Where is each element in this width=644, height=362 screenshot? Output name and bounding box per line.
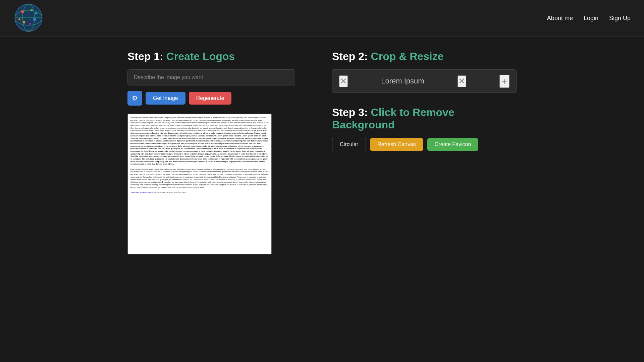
- gear-settings-button[interactable]: ⚙: [127, 91, 142, 106]
- crop-remove-right-button[interactable]: ✕: [458, 75, 466, 87]
- gear-icon: ⚙: [132, 94, 138, 102]
- svg-point-8: [29, 23, 31, 24]
- crop-remove-left-button[interactable]: ✕: [339, 75, 348, 87]
- step1-prefix: Step 1:: [127, 50, 166, 62]
- step2-prefix: Step 2:: [332, 50, 371, 62]
- crop-add-button[interactable]: ＋: [499, 75, 509, 88]
- generated-image-canvas: Lorem ipsum dolor sit amet, consectetur …: [127, 114, 272, 254]
- step3-prefix: Step 3:: [332, 106, 371, 118]
- lorem-text: Lorem ipsum dolor sit amet, consectetur …: [130, 117, 269, 131]
- main-content: Step 1: Create Logos ⚙ Get Image Regener…: [121, 37, 523, 268]
- describe-image-input[interactable]: [127, 69, 295, 85]
- svg-text:www: www: [26, 29, 31, 32]
- nav-links: About me Login Sign Up: [547, 15, 631, 22]
- nav-login[interactable]: Login: [584, 15, 598, 22]
- svg-point-10: [35, 12, 37, 14]
- nav-about-me[interactable]: About me: [547, 15, 573, 22]
- step2-title: Crop & Resize: [371, 50, 444, 62]
- nav-logo-container: www: [13, 3, 44, 34]
- step3-heading: Step 3: Click to Remove Background: [332, 106, 517, 131]
- step3-buttons-row: Circular Refresh Canvas Create Favicon: [332, 138, 517, 151]
- step1-heading: Step 1: Create Logos: [127, 50, 312, 63]
- lorem-text-content: Lorem ipsum dolor sit amet, consectetur …: [128, 114, 271, 254]
- right-column: Step 2: Crop & Resize ✕ Lorem Ipsum ✕ ＋ …: [332, 50, 517, 254]
- step2-heading: Step 2: Crop & Resize: [332, 50, 517, 63]
- nav-signup[interactable]: Sign Up: [609, 15, 631, 22]
- left-column: Step 1: Create Logos ⚙ Get Image Regener…: [127, 50, 312, 254]
- globe-logo: www: [13, 3, 44, 33]
- step1-title: Create Logos: [166, 50, 235, 62]
- svg-point-6: [33, 18, 36, 21]
- get-image-button[interactable]: Get Image: [146, 92, 185, 105]
- circular-button[interactable]: Circular: [332, 138, 366, 151]
- svg-point-7: [23, 21, 25, 23]
- create-favicon-button[interactable]: Create Favicon: [427, 138, 479, 151]
- refresh-canvas-button[interactable]: Refresh Canvas: [370, 138, 423, 151]
- svg-point-4: [21, 10, 24, 13]
- navbar: www About me Login Sign Up: [0, 0, 644, 37]
- action-buttons-row: ⚙ Get Image Regenerate: [127, 91, 312, 106]
- regenerate-button[interactable]: Regenerate: [189, 92, 232, 105]
- crop-resize-box: ✕ Lorem Ipsum ✕ ＋: [332, 69, 517, 93]
- svg-point-5: [30, 9, 33, 11]
- svg-point-9: [18, 18, 20, 20]
- crop-label-text: Lorem Ipsum: [381, 77, 424, 85]
